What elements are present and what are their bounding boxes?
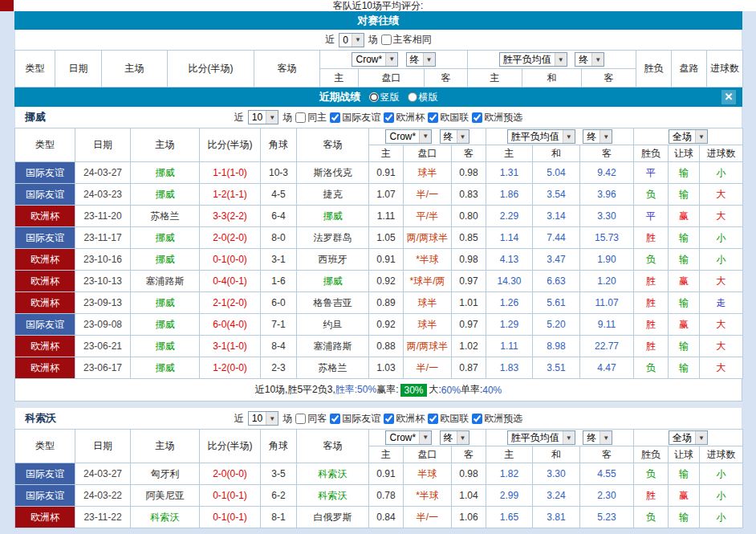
avg-time-select[interactable]: 终▼ bbox=[575, 52, 604, 67]
horizontal-layout-input[interactable] bbox=[408, 92, 417, 102]
competition-checkbox[interactable] bbox=[428, 414, 438, 424]
odds-source-select[interactable]: Crow*▼ bbox=[385, 430, 432, 445]
competition-filter[interactable]: 欧洲预选 bbox=[470, 111, 522, 124]
cell-score[interactable]: 3-3(2-2) bbox=[200, 206, 261, 227]
cell-home-team[interactable]: 苏格兰 bbox=[131, 206, 200, 227]
cell-handicap: 半/一 bbox=[404, 507, 452, 528]
cell-score[interactable]: 0-4(0-1) bbox=[200, 271, 261, 292]
cell-score[interactable]: 2-1(2-0) bbox=[200, 292, 261, 314]
cell-score[interactable]: 3-1(1-0) bbox=[200, 336, 261, 357]
same-home-away-filter[interactable]: 主客相同 bbox=[380, 33, 432, 47]
cell-score[interactable]: 0-1(0-0) bbox=[200, 249, 261, 271]
cell-odds-home: 1.07 bbox=[369, 184, 404, 206]
cell-score[interactable]: 1-2(0-0) bbox=[200, 357, 261, 379]
cell-home-team[interactable]: 挪威 bbox=[131, 184, 200, 206]
cell-score[interactable]: 6-0(4-0) bbox=[200, 314, 261, 336]
cell-away-team[interactable]: 科索沃 bbox=[297, 463, 369, 485]
cell-away-team[interactable]: 科索沃 bbox=[297, 485, 369, 507]
odds-source-select[interactable]: Crow*▼ bbox=[385, 129, 432, 144]
competition-filter[interactable]: 国际友谊 bbox=[328, 111, 380, 124]
odds-time-select[interactable]: 终▼ bbox=[440, 430, 469, 445]
avg-odds-select[interactable]: 胜平负均值▼ bbox=[507, 129, 575, 144]
col-result: 胜负 bbox=[634, 145, 669, 162]
competition-filter[interactable]: 欧国联 bbox=[426, 111, 469, 124]
competition-checkbox[interactable] bbox=[472, 414, 482, 424]
vertical-layout-radio[interactable]: 竖版 bbox=[364, 91, 400, 104]
near-count-select[interactable]: 10 ▼ bbox=[248, 411, 278, 426]
same-venue-checkbox[interactable] bbox=[295, 414, 306, 424]
fulltime-select[interactable]: 全场▼ bbox=[669, 129, 708, 144]
cell-home-team[interactable]: 科索沃 bbox=[131, 507, 200, 528]
competition-filter[interactable]: 欧国联 bbox=[426, 412, 469, 426]
cell-score[interactable]: 1-1(1-0) bbox=[200, 162, 261, 184]
competition-filter[interactable]: 欧洲预选 bbox=[470, 412, 522, 426]
col-goals: 进球数 bbox=[707, 51, 743, 88]
avg-time-select[interactable]: 终▼ bbox=[583, 129, 612, 144]
competition-filter[interactable]: 欧洲杯 bbox=[382, 111, 425, 124]
odds-source-select[interactable]: Crow*▼ bbox=[352, 52, 398, 67]
same-home-away-checkbox[interactable] bbox=[381, 35, 392, 45]
col-odds-home: 主 bbox=[320, 69, 359, 88]
same-venue-filter[interactable]: 同主 bbox=[294, 111, 327, 124]
cell-handicap-result: 输 bbox=[669, 227, 700, 249]
competition-checkbox[interactable] bbox=[428, 112, 438, 123]
cell-home-team[interactable]: 挪威 bbox=[131, 249, 200, 271]
cell-away-team[interactable]: 捷克 bbox=[297, 184, 369, 206]
cell-score[interactable]: 1-2(1-1) bbox=[200, 184, 261, 206]
cell-away-team[interactable]: 塞浦路斯 bbox=[297, 336, 369, 357]
col-type: 类型 bbox=[15, 128, 75, 162]
cell-odds-away: 0.87 bbox=[452, 357, 486, 379]
horizontal-layout-radio[interactable]: 横版 bbox=[403, 91, 438, 104]
cell-away-team[interactable]: 白俄罗斯 bbox=[297, 507, 369, 528]
cell-home-team[interactable]: 匈牙利 bbox=[131, 463, 200, 485]
same-venue-checkbox[interactable] bbox=[295, 112, 306, 123]
cell-home-team[interactable]: 挪威 bbox=[131, 227, 200, 249]
cell-away-team[interactable]: 挪威 bbox=[297, 206, 369, 227]
competition-checkbox[interactable] bbox=[384, 414, 394, 424]
cell-score[interactable]: 2-0(0-0) bbox=[200, 463, 261, 485]
competition-checkbox[interactable] bbox=[472, 112, 482, 123]
cell-home-team[interactable]: 挪威 bbox=[131, 357, 200, 379]
team-filter-row: 挪威 近 10 ▼ 场 同主 国际友谊欧洲杯欧国联欧洲预选 bbox=[14, 107, 742, 128]
cell-away-team[interactable]: 挪威 bbox=[297, 271, 369, 292]
odds-time-select[interactable]: 终▼ bbox=[440, 129, 469, 144]
cell-away-team[interactable]: 法罗群岛 bbox=[297, 227, 369, 249]
col-avg-home: 主 bbox=[486, 446, 533, 463]
competition-filter[interactable]: 国际友谊 bbox=[328, 412, 380, 426]
close-icon[interactable]: ✕ bbox=[721, 90, 736, 104]
competition-checkbox[interactable] bbox=[384, 112, 394, 123]
cell-handicap: *半球 bbox=[404, 249, 452, 271]
avg-select-group: 胜平负均值▼ 终▼ bbox=[486, 430, 634, 446]
cell-away-team[interactable]: 约旦 bbox=[297, 314, 369, 336]
cell-home-team[interactable]: 阿美尼亚 bbox=[131, 485, 200, 507]
cell-score[interactable]: 2-0(2-0) bbox=[200, 227, 261, 249]
cell-home-team[interactable]: 挪威 bbox=[131, 336, 200, 357]
cell-away-team[interactable]: 格鲁吉亚 bbox=[297, 292, 369, 314]
cell-avg-home: 1.14 bbox=[486, 227, 533, 249]
competition-checkbox[interactable] bbox=[330, 414, 340, 424]
col-score: 比分(半场) bbox=[168, 51, 254, 88]
cell-home-team[interactable]: 挪威 bbox=[131, 292, 200, 314]
cell-home-team[interactable]: 塞浦路斯 bbox=[131, 271, 200, 292]
avg-odds-select[interactable]: 胜平负均值▼ bbox=[507, 430, 575, 445]
avg-odds-select[interactable]: 胜平负均值▼ bbox=[499, 52, 567, 67]
fulltime-select[interactable]: 全场▼ bbox=[669, 430, 708, 445]
cell-score[interactable]: 0-1(0-1) bbox=[200, 485, 261, 507]
cell-home-team[interactable]: 挪威 bbox=[131, 162, 200, 184]
cell-score[interactable]: 0-1(0-1) bbox=[200, 507, 261, 528]
vertical-layout-input[interactable] bbox=[369, 92, 379, 102]
cell-away-team[interactable]: 西班牙 bbox=[297, 249, 369, 271]
cell-away-team[interactable]: 苏格兰 bbox=[297, 357, 369, 379]
same-venue-filter[interactable]: 同客 bbox=[294, 412, 327, 426]
cell-away-team[interactable]: 斯洛伐克 bbox=[297, 162, 369, 184]
cell-goals-result: 小 bbox=[700, 162, 743, 184]
competition-checkbox[interactable] bbox=[330, 112, 340, 123]
near-count-select[interactable]: 10 ▼ bbox=[248, 110, 278, 124]
odds-time-select[interactable]: 终▼ bbox=[406, 52, 436, 67]
cell-home-team[interactable]: 挪威 bbox=[131, 314, 200, 336]
h2h-near-count-select[interactable]: 0 ▼ bbox=[339, 33, 364, 47]
competition-filter[interactable]: 欧洲杯 bbox=[382, 412, 425, 426]
avg-time-select[interactable]: 终▼ bbox=[583, 430, 612, 445]
cell-corners: 8-1 bbox=[261, 507, 297, 528]
cell-odds-home: 0.91 bbox=[369, 463, 404, 485]
